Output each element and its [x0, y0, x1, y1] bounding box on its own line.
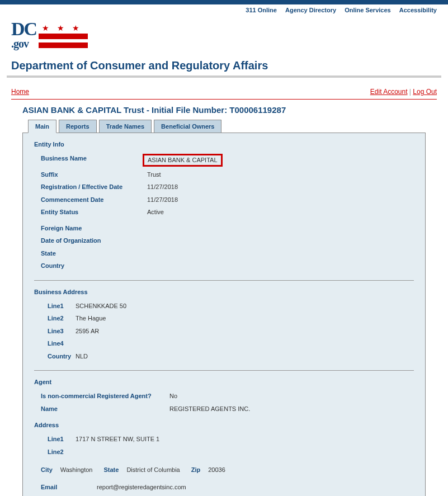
top-links: 311 Online Agency Directory Online Servi… — [0, 4, 448, 16]
tab-trade-names[interactable]: Trade Names — [99, 120, 152, 133]
main-panel: Entity Info Business Name ASIAN BANK & C… — [22, 133, 426, 496]
value-agent-line1: 1717 N STREET NW, SUITE 1 — [76, 434, 159, 444]
logo-gov: .gov — [11, 37, 36, 50]
label-entity-status: Entity Status — [41, 207, 147, 217]
divider — [34, 370, 414, 371]
value-agent-zip: 20036 — [208, 465, 225, 475]
value-entity-status: Active — [147, 207, 164, 217]
department-title: Department of Consumer and Regulatory Af… — [11, 59, 437, 72]
value-agent-noncommercial: No — [169, 391, 177, 401]
label-agent-name: Name — [41, 404, 169, 414]
section-agent: Agent — [34, 379, 414, 385]
label-agent-line1: Line1 — [48, 434, 76, 444]
divider — [34, 280, 414, 281]
section-entity-info: Entity Info — [34, 141, 414, 148]
value-suffix: Trust — [147, 170, 161, 179]
label-agent-zip: Zip — [191, 465, 201, 475]
label-state: State — [41, 249, 147, 258]
tab-beneficial-owners[interactable]: Beneficial Owners — [154, 120, 221, 133]
star-icon: ★ — [72, 23, 79, 32]
divider — [11, 99, 437, 100]
tabs: Main Reports Trade Names Beneficial Owne… — [22, 120, 426, 133]
top-bar — [0, 0, 448, 4]
logo-block: DC .gov ★ ★ ★ — [0, 16, 448, 56]
value-agent-city: Washington — [60, 465, 93, 475]
value-agent-email: report@registeredagentsinc.com — [97, 483, 186, 492]
label-ba-line1: Line1 — [48, 301, 76, 311]
label-ba-line3: Line3 — [48, 327, 76, 336]
link-accessibility[interactable]: Accessibility — [399, 7, 437, 13]
label-country: Country — [41, 261, 147, 271]
value-ba-line1: SCHENKKADE 50 — [76, 301, 126, 311]
value-agent-state: District of Columbia — [126, 465, 180, 475]
value-ba-country: NLD — [76, 352, 88, 361]
bar-icon — [39, 42, 88, 48]
label-ba-country: Country — [48, 352, 76, 361]
section-business-address: Business Address — [34, 289, 414, 295]
logo-dc: DC — [11, 21, 36, 37]
label-agent-email: Email — [41, 483, 97, 492]
link-edit-account[interactable]: Edit Account — [370, 88, 408, 96]
value-reg-date: 11/27/2018 — [147, 182, 178, 192]
value-commencement-date: 11/27/2018 — [147, 195, 178, 205]
label-agent-line2: Line2 — [48, 447, 76, 457]
star-icon: ★ — [57, 23, 64, 32]
label-agent-noncommercial: Is non-commercial Registered Agent? — [41, 391, 169, 401]
logo-text: DC .gov — [11, 21, 36, 50]
label-commencement-date: Commencement Date — [41, 195, 147, 205]
link-311-online[interactable]: 311 Online — [246, 7, 277, 13]
label-reg-date: Registration / Effective Date — [41, 182, 147, 192]
entity-title: ASIAN BANK & CAPITAL Trust - Initial Fil… — [22, 105, 426, 115]
label-org-date: Date of Organization — [41, 236, 147, 245]
tab-reports[interactable]: Reports — [59, 120, 97, 133]
tab-main[interactable]: Main — [28, 120, 56, 133]
label-suffix: Suffix — [41, 170, 147, 179]
link-home[interactable]: Home — [11, 88, 29, 96]
link-logout[interactable]: Log Out — [413, 88, 437, 96]
label-agent-state: State — [103, 465, 119, 475]
label-foreign-name: Foreign Name — [41, 224, 147, 233]
label-agent-city: City — [41, 465, 53, 475]
bar-icon — [39, 34, 88, 39]
logo-flag-icon: ★ ★ ★ — [39, 23, 88, 51]
value-ba-line2: The Hague — [76, 314, 106, 323]
value-business-name-highlight: ASIAN BANK & CAPITAL — [143, 154, 223, 167]
label-agent-address: Address — [34, 422, 414, 428]
label-ba-line4: Line4 — [48, 339, 76, 348]
star-icon: ★ — [42, 23, 49, 32]
label-ba-line2: Line2 — [48, 314, 76, 323]
value-ba-line3: 2595 AR — [76, 327, 99, 336]
link-agency-directory[interactable]: Agency Directory — [285, 7, 336, 13]
link-online-services[interactable]: Online Services — [345, 7, 391, 13]
value-agent-name: REGISTERED AGENTS INC. — [169, 404, 250, 414]
label-business-name: Business Name — [41, 154, 147, 167]
